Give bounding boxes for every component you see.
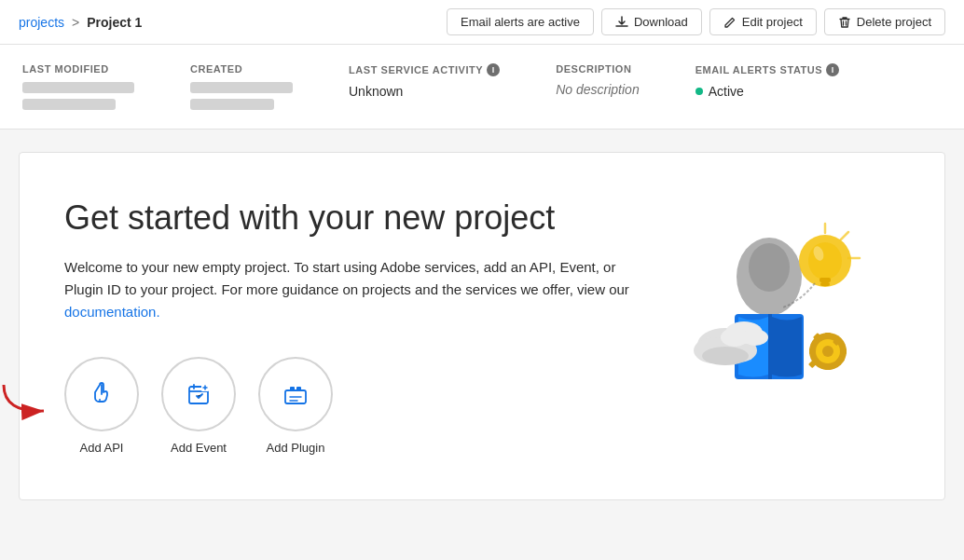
download-button[interactable]: Download — [601, 8, 702, 35]
api-icon — [87, 379, 117, 409]
add-plugin-label: Add Plugin — [267, 441, 325, 455]
svg-rect-14 — [820, 282, 830, 286]
svg-rect-21 — [840, 348, 847, 354]
email-alerts-value: Active — [709, 84, 744, 99]
svg-rect-22 — [809, 348, 816, 354]
project-title: Get started with your new project — [64, 198, 642, 238]
svg-rect-5 — [290, 387, 295, 391]
last-service-label: LAST SERVICE ACTIVITY i — [349, 63, 500, 76]
email-alert-label: Email alerts are active — [461, 15, 580, 29]
edit-project-button[interactable]: Edit project — [709, 8, 817, 35]
project-description: Welcome to your new empty project. To st… — [64, 256, 642, 323]
add-api-action[interactable]: Add API — [64, 357, 139, 455]
edit-label: Edit project — [742, 15, 803, 29]
last-modified-item: LAST MODIFIED — [22, 63, 134, 110]
svg-point-18 — [822, 346, 833, 357]
download-label: Download — [634, 15, 688, 29]
email-alerts-info-icon[interactable]: i — [826, 63, 839, 76]
delete-label: Delete project — [857, 15, 931, 29]
svg-rect-20 — [825, 363, 831, 370]
project-card-left: Get started with your new project Welcom… — [64, 198, 642, 455]
event-icon — [184, 379, 213, 409]
svg-point-30 — [702, 347, 749, 365]
plugin-icon — [281, 379, 310, 409]
last-modified-label: LAST MODIFIED — [22, 63, 134, 75]
metadata-bar: LAST MODIFIED CREATED LAST SERVICE ACTIV… — [0, 45, 964, 130]
description-value: No description — [556, 82, 640, 97]
svg-rect-6 — [296, 387, 301, 391]
email-alerts-status: Active — [695, 84, 840, 99]
breadcrumb-separator: > — [72, 15, 79, 30]
svg-point-12 — [808, 242, 842, 280]
svg-point-8 — [749, 243, 790, 292]
add-event-action[interactable]: Add Event — [161, 357, 236, 455]
placeholder-bar — [22, 99, 116, 110]
created-value — [190, 82, 293, 110]
arrow-svg — [0, 376, 55, 422]
placeholder-bar — [22, 82, 134, 93]
add-plugin-button[interactable] — [258, 357, 333, 431]
add-event-button[interactable] — [161, 357, 236, 431]
add-event-label: Add Event — [171, 441, 227, 455]
email-alerts-label: EMAIL ALERTS STATUS i — [695, 63, 840, 76]
status-dot-active — [695, 88, 703, 95]
delete-icon — [838, 16, 851, 29]
created-label: CREATED — [190, 63, 293, 75]
last-service-value: Unknown — [349, 84, 500, 99]
last-modified-value — [22, 82, 134, 110]
placeholder-bar — [190, 82, 293, 93]
project-card: Get started with your new project Welcom… — [19, 152, 945, 500]
project-illustration — [657, 198, 900, 421]
edit-icon — [723, 16, 737, 29]
created-item: CREATED — [190, 63, 293, 110]
add-api-button[interactable] — [64, 357, 139, 431]
description-text-part1: Welcome to your new empty project. To st… — [64, 259, 629, 297]
svg-point-1 — [99, 399, 101, 401]
email-alerts-item: EMAIL ALERTS STATUS i Active — [695, 63, 840, 99]
last-service-info-icon[interactable]: i — [487, 63, 500, 76]
last-service-item: LAST SERVICE ACTIVITY i Unknown — [349, 63, 500, 99]
svg-rect-19 — [825, 333, 831, 339]
main-content: Get started with your new project Welcom… — [0, 130, 964, 523]
svg-rect-13 — [819, 278, 831, 282]
projects-link[interactable]: projects — [19, 15, 64, 30]
download-icon — [615, 16, 628, 29]
documentation-link[interactable]: documentation. — [64, 304, 160, 320]
description-item: DESCRIPTION No description — [556, 63, 640, 97]
delete-project-button[interactable]: Delete project — [824, 8, 945, 35]
illustration-svg — [671, 207, 886, 421]
add-plugin-action[interactable]: Add Plugin — [258, 357, 333, 455]
action-buttons: Add API A — [64, 357, 642, 455]
breadcrumb-current: Project 1 — [87, 15, 142, 30]
placeholder-bar — [190, 99, 274, 110]
arrow-indicator — [0, 376, 55, 422]
svg-point-33 — [742, 329, 768, 346]
breadcrumb: projects > Project 1 — [19, 15, 142, 30]
description-label: DESCRIPTION — [556, 63, 640, 75]
email-alert-button[interactable]: Email alerts are active — [447, 8, 594, 35]
top-nav: projects > Project 1 Email alerts are ac… — [0, 0, 964, 45]
svg-rect-10 — [768, 314, 772, 379]
add-api-label: Add API — [80, 441, 124, 455]
top-nav-actions: Email alerts are active Download Edit pr… — [447, 8, 945, 35]
